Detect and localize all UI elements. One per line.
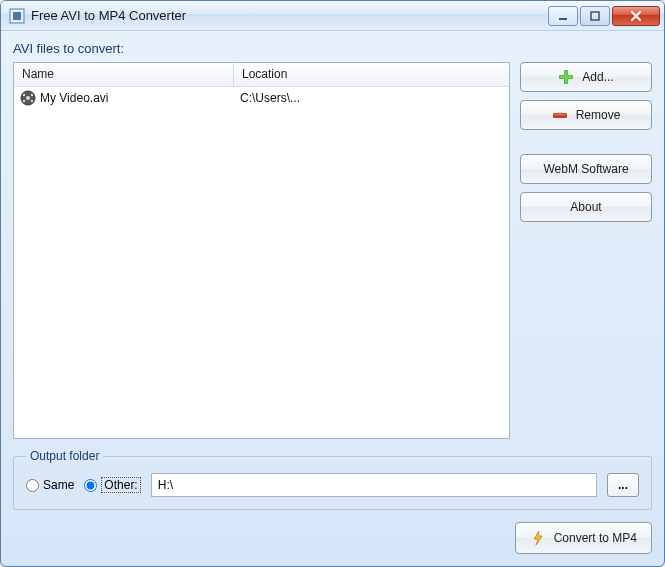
close-button[interactable] [612,6,660,26]
output-path-input[interactable] [151,473,597,497]
output-legend: Output folder [26,449,103,463]
svg-rect-2 [559,18,567,20]
column-header-location[interactable]: Location [234,63,509,86]
column-header-name[interactable]: Name [14,63,234,86]
footer: Convert to MP4 [13,522,652,554]
radio-same-label: Same [43,478,74,492]
lightning-icon [530,530,546,546]
plus-icon [558,69,574,85]
minimize-button[interactable] [548,6,578,26]
webm-button-label: WebM Software [543,162,628,176]
svg-rect-3 [591,12,599,20]
cell-name: My Video.avi [14,88,234,108]
svg-point-6 [23,94,25,96]
file-list[interactable]: Name Location [13,62,510,439]
side-button-bar: Add... Remove WebM Software A [520,62,652,439]
add-button[interactable]: Add... [520,62,652,92]
svg-rect-1 [13,12,21,20]
upper-area: Name Location [13,62,652,439]
window-controls [548,6,660,26]
client-area: AVI files to convert: Name Location [1,31,664,566]
webm-software-button[interactable]: WebM Software [520,154,652,184]
radio-other-label: Other: [101,477,140,493]
cell-location: C:\Users\... [234,89,509,107]
svg-rect-15 [553,114,566,116]
add-button-label: Add... [582,70,613,84]
radio-other-input[interactable] [84,479,97,492]
list-header: Name Location [14,63,509,87]
svg-point-8 [23,100,25,102]
files-section-label: AVI files to convert: [13,41,652,56]
list-body[interactable]: My Video.avi C:\Users\... [14,87,509,438]
output-folder-group: Output folder Same Other: ... [13,449,652,510]
browse-button[interactable]: ... [607,473,639,497]
radio-same[interactable]: Same [26,478,74,492]
svg-rect-13 [560,76,573,79]
svg-point-5 [26,96,30,100]
convert-button-label: Convert to MP4 [554,531,637,545]
app-icon [9,8,25,24]
minus-icon [552,107,568,123]
video-file-icon [20,90,36,106]
radio-other[interactable]: Other: [84,477,140,493]
radio-same-input[interactable] [26,479,39,492]
window-frame: Free AVI to MP4 Converter AVI files to c… [0,0,665,567]
about-button-label: About [570,200,601,214]
browse-button-label: ... [618,478,628,492]
output-row: Same Other: ... [26,473,639,497]
window-title: Free AVI to MP4 Converter [31,8,548,23]
convert-button[interactable]: Convert to MP4 [515,522,652,554]
titlebar[interactable]: Free AVI to MP4 Converter [1,1,664,31]
remove-button[interactable]: Remove [520,100,652,130]
remove-button-label: Remove [576,108,621,122]
table-row[interactable]: My Video.avi C:\Users\... [14,87,509,109]
maximize-button[interactable] [580,6,610,26]
about-button[interactable]: About [520,192,652,222]
svg-point-9 [31,100,33,102]
svg-point-7 [31,94,33,96]
file-name-text: My Video.avi [40,91,108,105]
